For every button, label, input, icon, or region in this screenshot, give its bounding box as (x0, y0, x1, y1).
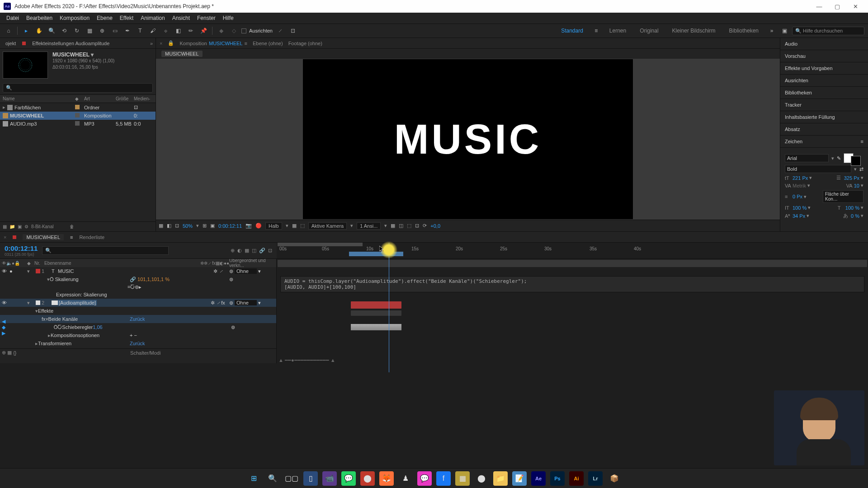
panel-zeichen[interactable]: Zeichen≡ (780, 136, 868, 148)
fill-stroke-order[interactable]: Fläche über Kon… (823, 190, 863, 203)
tl-switch-1-icon[interactable]: ⊕ (231, 248, 235, 253)
lightroom-taskbar-icon[interactable]: Lr (588, 471, 603, 486)
obs-taskbar-icon[interactable]: ⬤ (474, 471, 489, 486)
panel-ausrichten[interactable]: Ausrichten (780, 75, 868, 87)
workspace-lernen[interactable]: Lernen (604, 28, 632, 34)
search-taskbar-icon[interactable]: 🔍 (265, 471, 280, 486)
view-opt-1-icon[interactable]: ▦ (391, 223, 395, 229)
bit-depth[interactable]: 8-Bit-Kanal (31, 224, 53, 229)
shape-tool[interactable]: ▭ (110, 26, 120, 36)
pan-behind-tool[interactable]: ⊕ (97, 26, 107, 36)
slider-value[interactable]: 1,06 (93, 324, 102, 330)
expr-graph-icon[interactable]: Ⴀ (130, 284, 135, 290)
panel-overflow-icon[interactable]: » (150, 41, 153, 46)
minimize-button[interactable]: ― (810, 3, 828, 10)
tl-switch-6-icon[interactable]: ⊡ (268, 248, 272, 253)
leading-value[interactable]: 325 Px (844, 175, 859, 181)
comp-tab-lock-icon[interactable]: 🔒 (168, 40, 174, 46)
app-taskbar-3[interactable]: ♟ (398, 471, 413, 486)
tool-opt-1[interactable]: ◆ (216, 26, 226, 36)
clone-tool[interactable]: ⟐ (160, 26, 170, 36)
snapshot-icon[interactable]: 📷 (245, 223, 252, 229)
layer-2-comp-options[interactable]: ▸ Kompositionsoptionen+ − (0, 331, 276, 339)
snap-icon[interactable]: ⟋ (275, 26, 285, 36)
menu-bearbeiten[interactable]: Bearbeiten (23, 15, 56, 21)
stopwatch-icon[interactable]: Ö (50, 277, 54, 282)
layer-2-audioamplitude[interactable]: 👁 ▾ 2 [Audioamplitude] ✲ ⟋fx ⊚ Ohne ▾ (0, 299, 276, 307)
roto-tool[interactable]: ✏ (186, 26, 196, 36)
after-effects-taskbar-icon[interactable]: Ae (531, 471, 546, 486)
footage-tab[interactable]: Footage (ohne) (288, 41, 322, 46)
stroke-width-value[interactable]: 0 Px (793, 194, 802, 199)
hscale-value[interactable]: 100 % (845, 205, 859, 211)
panel-layout-icon[interactable]: ▣ (779, 26, 789, 36)
panel-absatz[interactable]: Absatz (780, 123, 868, 136)
tool-opt-2[interactable]: ◇ (229, 26, 239, 36)
link-icon[interactable]: 🔗 (130, 277, 136, 282)
panel-audio[interactable]: Audio (780, 38, 868, 50)
interpret-footage-icon[interactable]: ▦ (3, 224, 7, 229)
ebene-tab[interactable]: Ebene (ohne) (253, 41, 283, 46)
help-search[interactable]: 🔍 Hilfe durchsuchen (792, 27, 864, 35)
start-button[interactable]: ⊞ (246, 471, 261, 486)
eyedropper-icon[interactable]: ✎ (837, 155, 841, 161)
tl-foot-1-icon[interactable]: ⊕ (2, 350, 6, 356)
align-checkbox[interactable] (241, 28, 246, 33)
resolution-dropdown[interactable]: Halb (265, 222, 282, 230)
explorer-taskbar-icon[interactable]: ▯ (303, 471, 318, 486)
project-settings-icon[interactable]: ⚙ (24, 224, 28, 229)
camera-tool[interactable]: ▦ (85, 26, 94, 36)
tl-switch-3-icon[interactable]: ▦ (245, 248, 249, 253)
zoom-dropdown[interactable]: 50% (183, 223, 193, 229)
roi-icon[interactable]: ▣ (210, 223, 215, 229)
menu-hilfe[interactable]: Hilfe (219, 15, 237, 21)
zoom-tool[interactable]: 🔍 (47, 26, 57, 36)
cti-handle[interactable] (380, 241, 397, 258)
selection-tool[interactable]: ▸ (21, 26, 31, 36)
layer-1-bar[interactable] (278, 260, 867, 267)
slider-graph-icon[interactable]: Ⴀ (57, 324, 62, 330)
tl-foot-2-icon[interactable]: ▦ (7, 350, 12, 356)
swap-colors-icon[interactable]: ⇄ (859, 166, 863, 172)
composition-tab[interactable]: Komposition MUSICWHEEL ≡ (179, 41, 247, 46)
panel-tracker[interactable]: Tracker (780, 99, 868, 111)
kerning-value[interactable]: Metrik (793, 183, 806, 188)
font-size-value[interactable]: 221 Px (793, 175, 808, 181)
project-item-farbflaechen[interactable]: ▸Farbflächen Ordner⊡ (0, 103, 156, 112)
workspace-bibliotheken[interactable]: Bibliotheken (724, 28, 764, 34)
timeline-columns-header[interactable]: 👁🔈●🔒 ◆ Nr. Ebenenname ✲✲⟋fx▦◐●● Übergeor… (0, 259, 276, 267)
app-taskbar-4[interactable]: ▦ (455, 471, 470, 486)
channel-icon[interactable]: 🔴 (255, 223, 262, 229)
workspace-standard[interactable]: Standard (556, 28, 589, 34)
view-opt-5-icon[interactable]: ⟳ (423, 223, 427, 229)
menu-datei[interactable]: Datei (3, 15, 23, 21)
vscale-value[interactable]: 100 % (793, 205, 807, 211)
layer-1-scale-prop[interactable]: ▾ Ö Skalierung 🔗 101,1,101,1 % ⊚ (0, 275, 276, 283)
font-weight-dropdown[interactable]: Bold (785, 165, 851, 173)
firefox-taskbar-icon[interactable]: 🦊 (379, 471, 394, 486)
layer-2-slider[interactable]: ◀ ◆ ▶Ö Ⴀ Schieberegler1,06⊚ (0, 323, 276, 331)
project-tab[interactable]: ojekt (3, 40, 19, 47)
tracking-value[interactable]: 10 (854, 183, 859, 188)
workspace-original[interactable]: Original (634, 28, 664, 34)
tl-switch-5-icon[interactable]: 🔗 (259, 248, 265, 253)
hand-tool[interactable]: ✋ (34, 26, 44, 36)
timeline-zoom-slider[interactable]: ▲ ━━●━━━━━━━━━━━ ▲ (278, 358, 866, 362)
timeline-tracks[interactable]: AUDIO = thisComp.layer("Audioamplitude")… (277, 259, 868, 363)
layer-2-effects[interactable]: ▾ Effekte (0, 307, 276, 315)
expr-menu-icon[interactable]: ▸ (139, 284, 142, 290)
comp-tab-close-icon[interactable]: × (160, 41, 162, 46)
messenger-taskbar-icon[interactable]: 💬 (417, 471, 432, 486)
views-dropdown[interactable]: 1 Ansi... (357, 222, 381, 230)
timeline-ruler[interactable]: 00s 05s 10s 15s 20s 25s 30s 35s 40s (277, 243, 868, 258)
comp-thumbnail[interactable] (3, 52, 48, 79)
timeline-search[interactable]: 🔍 (42, 246, 169, 255)
menu-effekt[interactable]: Effekt (116, 15, 137, 21)
scale-value[interactable]: 101,1,101,1 % (137, 277, 170, 282)
timeline-close-icon[interactable]: × (4, 235, 6, 240)
3d-view-icon[interactable]: ⬚ (300, 223, 305, 229)
resolution-toggle-icon[interactable]: ⊞ (203, 223, 207, 229)
pen-tool[interactable]: ✒ (123, 26, 132, 36)
baseline-value[interactable]: 34 Px (793, 213, 805, 219)
effect-controls-tab[interactable]: Effekteinstellungen Audioamplitude (29, 40, 112, 47)
